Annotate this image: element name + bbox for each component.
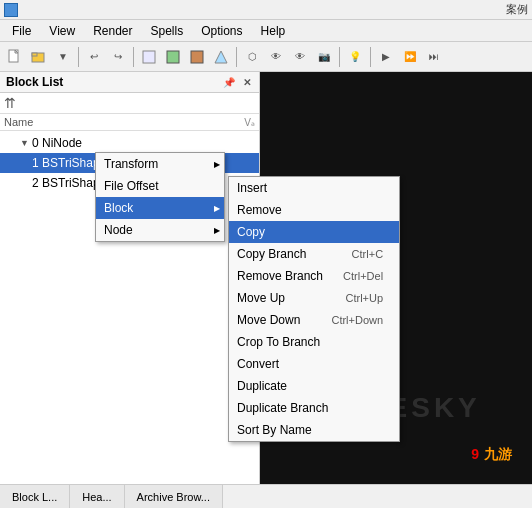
ctx-block-remove[interactable]: Remove [229, 199, 399, 221]
title-bar-left [4, 3, 18, 17]
ctx-transform[interactable]: Transform [96, 153, 224, 175]
toolbar-b4[interactable] [210, 46, 232, 68]
panel-close-icon[interactable]: ✕ [241, 76, 253, 89]
ctx-block-insert-label: Insert [237, 181, 267, 195]
menu-render[interactable]: Render [85, 22, 140, 40]
main-area: Block List 📌 ✕ ⇈ Name Vₐ ▼ 0 NiNode 1 [0, 72, 532, 484]
panel-toolbar-arrows: ⇈ [4, 95, 16, 111]
context-menu-root: Transform File Offset Block Node [95, 152, 225, 242]
block-list-panel: Block List 📌 ✕ ⇈ Name Vₐ ▼ 0 NiNode 1 [0, 72, 260, 484]
svg-rect-3 [32, 53, 37, 56]
toolbar-redo[interactable]: ↪ [107, 46, 129, 68]
ctx-block-move-up-shortcut: Ctrl+Up [326, 292, 384, 304]
title-bar-title: 案例 [506, 2, 528, 17]
status-tab-head[interactable]: Hea... [70, 485, 124, 508]
app-icon [4, 3, 18, 17]
ctx-block-copy-label: Copy [237, 225, 265, 239]
tree-expand-2 [20, 178, 32, 188]
toolbar-sep-4 [339, 47, 340, 67]
menu-options[interactable]: Options [193, 22, 250, 40]
toolbar-sep-1 [78, 47, 79, 67]
toolbar-anim2[interactable]: ⏩ [399, 46, 421, 68]
toolbar-sep-3 [236, 47, 237, 67]
ctx-file-offset[interactable]: File Offset [96, 175, 224, 197]
ctx-block-insert[interactable]: Insert [229, 177, 399, 199]
menu-help[interactable]: Help [253, 22, 294, 40]
tree-label-0: 0 NiNode [32, 136, 255, 150]
ctx-block-remove-branch-shortcut: Ctrl+Del [323, 270, 383, 282]
toolbar-camera[interactable]: 📷 [313, 46, 335, 68]
svg-rect-5 [167, 51, 179, 63]
toolbar-anim3[interactable]: ⏭ [423, 46, 445, 68]
panel-pin-icon[interactable]: 📌 [221, 76, 237, 89]
menu-spells[interactable]: Spells [143, 22, 192, 40]
menu-view[interactable]: View [41, 22, 83, 40]
toolbar-new[interactable] [4, 46, 26, 68]
toolbar-save[interactable]: ▼ [52, 46, 74, 68]
toolbar: ▼ ↩ ↪ ⬡ 👁 👁 📷 💡 ▶ ⏩ ⏭ [0, 42, 532, 72]
ctx-block-move-up-label: Move Up [237, 291, 285, 305]
toolbar-render3[interactable]: 👁 [289, 46, 311, 68]
status-tab-archive[interactable]: Archive Brow... [125, 485, 223, 508]
ctx-block[interactable]: Block [96, 197, 224, 219]
toolbar-render1[interactable]: ⬡ [241, 46, 263, 68]
corner-logo-text: 9 [471, 446, 479, 462]
ctx-block-copy-branch-label: Copy Branch [237, 247, 306, 261]
ctx-block-copy-branch[interactable]: Copy Branch Ctrl+C [229, 243, 399, 265]
menu-bar: File View Render Spells Options Help [0, 20, 532, 42]
ctx-block-copy-branch-shortcut: Ctrl+C [332, 248, 383, 260]
toolbar-undo[interactable]: ↩ [83, 46, 105, 68]
ctx-block-convert-label: Convert [237, 357, 279, 371]
menu-file[interactable]: File [4, 22, 39, 40]
panel-toolbar: ⇈ [0, 93, 259, 114]
toolbar-light[interactable]: 💡 [344, 46, 366, 68]
context-menu-block: Insert Remove Copy Copy Branch Ctrl+C Re… [228, 176, 400, 442]
panel-col-header: Name Vₐ [0, 114, 259, 131]
ctx-block-move-down-label: Move Down [237, 313, 300, 327]
ctx-block-label: Block [104, 201, 133, 215]
ctx-block-duplicate[interactable]: Duplicate [229, 375, 399, 397]
ctx-block-crop[interactable]: Crop To Branch [229, 331, 399, 353]
ctx-block-move-down-shortcut: Ctrl+Down [311, 314, 383, 326]
toolbar-open[interactable] [28, 46, 50, 68]
ctx-node-label: Node [104, 223, 133, 237]
ctx-block-duplicate-branch[interactable]: Duplicate Branch [229, 397, 399, 419]
panel-header-icons: 📌 ✕ [221, 76, 253, 89]
ctx-block-remove-label: Remove [237, 203, 282, 217]
toolbar-sep-5 [370, 47, 371, 67]
ctx-block-duplicate-branch-label: Duplicate Branch [237, 401, 328, 415]
ctx-block-remove-branch[interactable]: Remove Branch Ctrl+Del [229, 265, 399, 287]
ctx-block-move-down[interactable]: Move Down Ctrl+Down [229, 309, 399, 331]
toolbar-render2[interactable]: 👁 [265, 46, 287, 68]
corner-logo-label: 九游 [484, 446, 512, 462]
svg-marker-7 [215, 51, 227, 63]
ctx-block-move-up[interactable]: Move Up Ctrl+Up [229, 287, 399, 309]
ctx-node[interactable]: Node [96, 219, 224, 241]
title-bar: 案例 [0, 0, 532, 20]
toolbar-b3[interactable] [186, 46, 208, 68]
col-name-label: Name [4, 116, 225, 128]
tree-node-0[interactable]: ▼ 0 NiNode [0, 133, 259, 153]
toolbar-b1[interactable] [138, 46, 160, 68]
panel-title: Block List [6, 75, 63, 89]
toolbar-b2[interactable] [162, 46, 184, 68]
status-bar: Block L... Hea... Archive Brow... [0, 484, 532, 508]
panel-header: Block List 📌 ✕ [0, 72, 259, 93]
ctx-block-sort-by-name-label: Sort By Name [237, 423, 312, 437]
toolbar-sep-2 [133, 47, 134, 67]
ctx-block-convert[interactable]: Convert [229, 353, 399, 375]
ctx-block-crop-label: Crop To Branch [237, 335, 320, 349]
ctx-block-duplicate-label: Duplicate [237, 379, 287, 393]
svg-rect-4 [143, 51, 155, 63]
ctx-transform-label: Transform [104, 157, 158, 171]
ctx-file-offset-label: File Offset [104, 179, 158, 193]
tree-expand-1 [20, 158, 32, 168]
tree-expand-0: ▼ [20, 138, 32, 148]
status-tab-block[interactable]: Block L... [0, 485, 70, 508]
col-val-label: Vₐ [225, 117, 255, 128]
corner-logo: 9 九游 [471, 443, 512, 464]
ctx-block-copy[interactable]: Copy [229, 221, 399, 243]
ctx-block-sort-by-name[interactable]: Sort By Name [229, 419, 399, 441]
svg-rect-6 [191, 51, 203, 63]
toolbar-anim1[interactable]: ▶ [375, 46, 397, 68]
